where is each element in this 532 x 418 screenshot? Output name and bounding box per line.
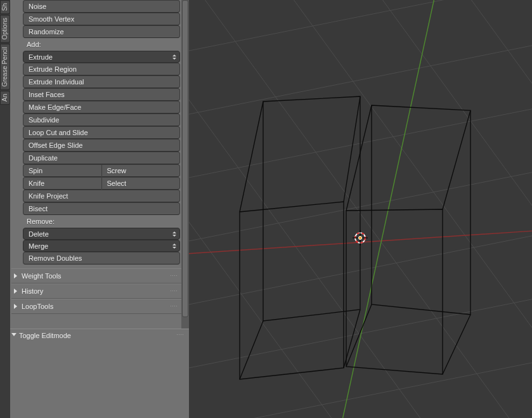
grip-icon (176, 334, 184, 336)
svg-line-24 (443, 315, 470, 374)
side-tab-sh[interactable]: Sh (0, 0, 10, 14)
extrude-dropdown[interactable]: Extrude (23, 51, 180, 63)
tool-panel: Noise Smooth Vertex Randomize Add: Extru… (10, 0, 189, 329)
remove-section-label: Remove: (11, 215, 181, 228)
bisect-button[interactable]: Bisect (23, 202, 180, 215)
spin-button[interactable]: Spin (23, 164, 102, 177)
subdivide-button[interactable]: Subdivide (23, 114, 180, 126)
knife-button[interactable]: Knife (23, 177, 102, 190)
svg-marker-21 (346, 209, 443, 374)
svg-line-19 (240, 321, 263, 379)
extrude-individual-button[interactable]: Extrude Individual (23, 75, 180, 88)
3d-cursor-icon (353, 230, 368, 245)
extrude-region-button[interactable]: Extrude Region (23, 63, 180, 75)
grip-icon (170, 275, 178, 277)
svg-line-8 (189, 0, 443, 418)
delete-dropdown[interactable]: Delete (23, 228, 180, 240)
side-tab-options[interactable]: Options (0, 15, 10, 42)
svg-line-16 (240, 101, 263, 212)
chevron-right-icon (14, 273, 17, 278)
knife-project-button[interactable]: Knife Project (23, 190, 180, 202)
merge-dropdown[interactable]: Merge (23, 240, 180, 252)
remove-doubles-button[interactable]: Remove Doubles (23, 252, 180, 265)
svg-point-32 (359, 237, 362, 240)
svg-marker-14 (263, 96, 360, 321)
make-edge-face-button[interactable]: Make Edge/Face (23, 101, 180, 114)
cube-left (240, 96, 360, 379)
svg-line-13 (379, 0, 532, 418)
svg-line-7 (189, 330, 532, 418)
svg-line-0 (189, 0, 532, 13)
operator-panel: Toggle Editmode (10, 329, 189, 418)
svg-line-1 (189, 0, 532, 76)
loop-cut-slide-button[interactable]: Loop Cut and Slide (23, 126, 180, 139)
svg-line-23 (443, 110, 470, 209)
chevron-right-icon (14, 304, 17, 309)
side-tab-strip: Sh Options Grease Pencil An (0, 0, 10, 418)
smooth-vertex-button[interactable]: Smooth Vertex (23, 13, 180, 25)
svg-line-12 (290, 0, 532, 418)
looptools-collapser[interactable]: LoopTools (11, 299, 181, 314)
chevron-right-icon (14, 289, 17, 294)
svg-marker-15 (240, 202, 344, 379)
3d-viewport[interactable] (189, 0, 532, 418)
duplicate-button[interactable]: Duplicate (23, 152, 180, 164)
inset-faces-button[interactable]: Inset Faces (23, 88, 180, 101)
screw-button[interactable]: Screw (102, 164, 181, 177)
chevron-down-icon (11, 333, 16, 336)
history-collapser[interactable]: History (11, 284, 181, 299)
randomize-button[interactable]: Randomize (23, 25, 180, 38)
svg-line-22 (346, 105, 372, 211)
add-section-label: Add: (11, 38, 181, 51)
side-tab-grease-pencil[interactable]: Grease Pencil (0, 44, 10, 90)
grip-icon (170, 290, 178, 292)
panel-scroll-thumb[interactable] (182, 0, 188, 317)
operator-header[interactable]: Toggle Editmode (10, 329, 189, 342)
select-button[interactable]: Select (102, 177, 181, 190)
panel-scrollbar[interactable] (181, 0, 189, 329)
grip-icon (170, 305, 178, 308)
weight-tools-collapser[interactable]: Weight Tools (11, 268, 181, 284)
viewport-svg (189, 0, 532, 418)
noise-button[interactable]: Noise (23, 0, 180, 13)
side-tab-an[interactable]: An (0, 91, 10, 105)
offset-edge-slide-button[interactable]: Offset Edge Slide (23, 139, 180, 152)
